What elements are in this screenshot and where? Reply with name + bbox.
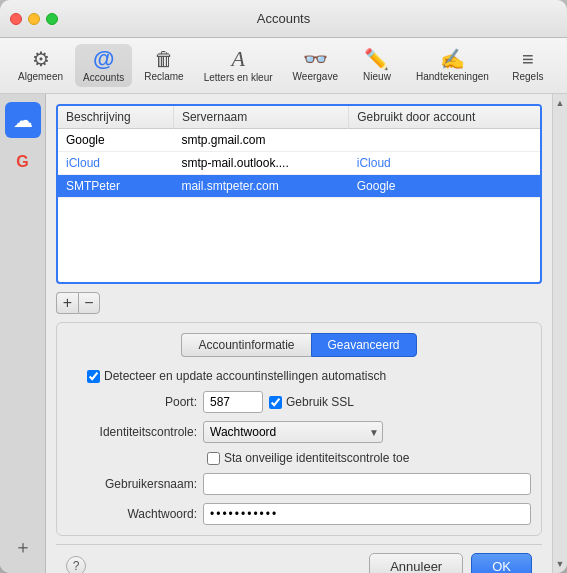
accounts-icon: @: [93, 48, 114, 70]
username-row: Gebruikersnaam:: [67, 473, 531, 495]
scrollbar: ▲ ▼: [552, 94, 567, 573]
toolbar-item-letters[interactable]: A Letters en kleur: [196, 44, 281, 87]
main-panel: Beschrijving Servernaam Gebruikt door ac…: [46, 94, 552, 573]
cell-server: smtp-mail.outlook....: [173, 152, 348, 175]
username-input[interactable]: [203, 473, 531, 495]
tabs-row: Accountinformatie Geavanceerd: [67, 333, 531, 357]
table-header-row: Beschrijving Servernaam Gebruikt door ac…: [58, 106, 540, 129]
auto-detect-checkbox[interactable]: [87, 370, 100, 383]
col-header-description: Beschrijving: [58, 106, 173, 129]
unsafe-text: Sta onveilige identiteitscontrole toe: [224, 451, 409, 465]
window-title: Accounts: [257, 11, 310, 26]
port-label: Poort:: [67, 395, 197, 409]
toolbar-label-regels: Regels: [512, 71, 543, 82]
help-button[interactable]: ?: [66, 556, 86, 573]
cell-description: iCloud: [58, 152, 173, 175]
toolbar: ⚙ Algemeen @ Accounts 🗑 Reclame A Letter…: [0, 38, 567, 94]
toolbar-label-reclame: Reclame: [144, 71, 183, 82]
ssl-checkbox[interactable]: [269, 396, 282, 409]
sidebar-bottom: ＋: [5, 529, 41, 565]
accounts-table-container: Beschrijving Servernaam Gebruikt door ac…: [56, 104, 542, 284]
cell-description: Google: [58, 129, 173, 152]
toolbar-label-letters: Letters en kleur: [204, 72, 273, 83]
col-header-account: Gebruikt door account: [349, 106, 540, 129]
toolbar-item-nieuw[interactable]: ✏️ Nieuw: [350, 45, 404, 86]
titlebar: Accounts: [0, 0, 567, 38]
password-label: Wachtwoord:: [67, 507, 197, 521]
table-row[interactable]: Google smtp.gmail.com: [58, 129, 540, 152]
col-header-server: Servernaam: [173, 106, 348, 129]
cell-account: Google: [349, 175, 540, 198]
reclame-icon: 🗑: [154, 49, 174, 69]
google-icon: G: [16, 153, 28, 171]
main-window: Accounts ⚙ Algemeen @ Accounts 🗑 Reclame…: [0, 0, 567, 573]
auth-row: Identiteitscontrole: Wachtwoord Geen MD5…: [67, 421, 531, 443]
auth-select[interactable]: Wachtwoord Geen MD5 NTLM: [203, 421, 383, 443]
remove-account-button[interactable]: −: [78, 292, 100, 314]
password-input[interactable]: [203, 503, 531, 525]
table-controls: + −: [56, 292, 542, 314]
toolbar-item-regels[interactable]: ≡ Regels: [501, 45, 555, 86]
scroll-up-icon[interactable]: ▲: [556, 98, 565, 108]
ssl-text: Gebruik SSL: [286, 395, 354, 409]
port-row: Poort: Gebruik SSL: [67, 391, 531, 413]
auth-label: Identiteitscontrole:: [67, 425, 197, 439]
cell-description: SMTPeter: [58, 175, 173, 198]
nieuw-icon: ✏️: [364, 49, 389, 69]
table-row[interactable]: iCloud smtp-mail.outlook.... iCloud: [58, 152, 540, 175]
table-row[interactable]: SMTPeter mail.smtpeter.com Google: [58, 175, 540, 198]
unsafe-checkbox[interactable]: [207, 452, 220, 465]
toolbar-label-accounts: Accounts: [83, 72, 124, 83]
bottom-bar: ? Annuleer OK: [56, 544, 542, 573]
sidebar-item-cloud[interactable]: ☁: [5, 102, 41, 138]
password-row: Wachtwoord:: [67, 503, 531, 525]
ok-button[interactable]: OK: [471, 553, 532, 573]
toolbar-item-accounts[interactable]: @ Accounts: [75, 44, 132, 87]
toolbar-label-weergave: Weergave: [293, 71, 338, 82]
toolbar-label-nieuw: Nieuw: [363, 71, 391, 82]
minimize-button[interactable]: [28, 13, 40, 25]
toolbar-label-handtekeningen: Handtekeningen: [416, 71, 489, 82]
scroll-down-icon[interactable]: ▼: [556, 559, 565, 569]
tab-advanced[interactable]: Geavanceerd: [311, 333, 417, 357]
regels-icon: ≡: [522, 49, 534, 69]
handtekeningen-icon: ✍️: [440, 49, 465, 69]
content-area: ☁ G ＋ Beschrijving Servernaam: [0, 94, 567, 573]
toolbar-item-handtekeningen[interactable]: ✍️ Handtekeningen: [408, 45, 497, 86]
letters-icon: A: [231, 48, 244, 70]
unsafe-row: Sta onveilige identiteitscontrole toe: [67, 451, 531, 465]
port-input[interactable]: [203, 391, 263, 413]
settings-panel: Accountinformatie Geavanceerd Detecteer …: [56, 322, 542, 536]
cell-server: smtp.gmail.com: [173, 129, 348, 152]
accounts-table: Beschrijving Servernaam Gebruikt door ac…: [58, 106, 540, 198]
auth-select-wrapper: Wachtwoord Geen MD5 NTLM ▼: [203, 421, 383, 443]
cell-account: [349, 129, 540, 152]
algemeen-icon: ⚙: [32, 49, 50, 69]
tab-account-info[interactable]: Accountinformatie: [181, 333, 310, 357]
cell-server: mail.smtpeter.com: [173, 175, 348, 198]
add-account-button[interactable]: +: [56, 292, 78, 314]
auto-detect-row: Detecteer en update accountinstellingen …: [67, 369, 531, 383]
sidebar: ☁ G ＋: [0, 94, 46, 573]
unsafe-label[interactable]: Sta onveilige identiteitscontrole toe: [207, 451, 409, 465]
sidebar-add-button[interactable]: ＋: [5, 529, 41, 565]
maximize-button[interactable]: [46, 13, 58, 25]
auto-detect-text: Detecteer en update accountinstellingen …: [104, 369, 386, 383]
cloud-icon: ☁: [13, 108, 33, 132]
toolbar-item-weergave[interactable]: 👓 Weergave: [285, 45, 346, 86]
cancel-button[interactable]: Annuleer: [369, 553, 463, 573]
toolbar-item-algemeen[interactable]: ⚙ Algemeen: [10, 45, 71, 86]
auto-detect-label[interactable]: Detecteer en update accountinstellingen …: [87, 369, 386, 383]
toolbar-label-algemeen: Algemeen: [18, 71, 63, 82]
close-button[interactable]: [10, 13, 22, 25]
plus-icon: ＋: [14, 535, 32, 559]
username-label: Gebruikersnaam:: [67, 477, 197, 491]
toolbar-item-reclame[interactable]: 🗑 Reclame: [136, 45, 191, 86]
ssl-label[interactable]: Gebruik SSL: [269, 395, 354, 409]
weergave-icon: 👓: [303, 49, 328, 69]
cell-account: iCloud: [349, 152, 540, 175]
traffic-lights: [10, 13, 58, 25]
sidebar-item-google[interactable]: G: [5, 144, 41, 180]
